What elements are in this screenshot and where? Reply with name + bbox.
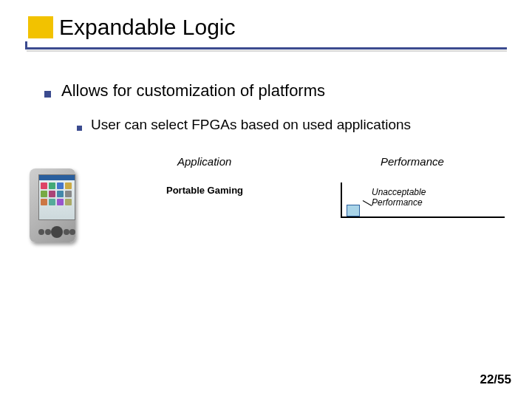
handheld-device-image <box>25 168 80 245</box>
device-app-icon <box>65 199 72 205</box>
device-app-icon <box>57 191 64 197</box>
column-header-application: Application <box>177 155 231 168</box>
device-app-icon <box>57 199 64 205</box>
device-hw-button <box>64 229 69 235</box>
device-hw-button <box>38 229 44 235</box>
device-app-icon <box>57 183 64 189</box>
title-underline-shadow <box>27 50 507 52</box>
bullet-level2: User can select FPGAs based on used appl… <box>77 117 502 133</box>
device-app-icon <box>65 191 72 197</box>
column-header-performance: Performance <box>381 155 444 168</box>
device-app-icon <box>49 183 55 189</box>
device-app-icon <box>41 183 47 189</box>
device-app-icon <box>41 191 47 197</box>
device-body <box>30 168 75 242</box>
device-app-icon <box>65 183 72 189</box>
bullet-l1-text: Allows for customization of platforms <box>61 81 325 100</box>
chart-x-axis <box>341 216 505 218</box>
chart-bar <box>347 205 360 216</box>
bullet-square-icon <box>44 91 51 98</box>
device-screen-titlebar <box>39 175 75 180</box>
bullet-l2-text: User can select FPGAs based on used appl… <box>91 117 411 133</box>
row-application-label: Portable Gaming <box>166 185 243 196</box>
device-app-icon <box>49 191 55 197</box>
device-hw-button <box>69 229 75 235</box>
chart-annotation-label: Unacceptable Performance <box>372 187 426 208</box>
performance-bar-chart: Unacceptable Performance <box>336 183 506 222</box>
chart-y-axis <box>341 183 342 218</box>
page-number: 22/55 <box>480 372 511 387</box>
bullet-square-small-icon <box>77 126 82 131</box>
slide-title: Expandable Logic <box>59 15 236 40</box>
bullet-level1: Allows for customization of platforms <box>44 81 502 100</box>
device-app-icon <box>41 199 47 205</box>
device-dpad <box>51 226 63 238</box>
device-screen-icons <box>39 181 75 207</box>
title-accent-block <box>28 16 53 38</box>
title-underline <box>25 47 507 50</box>
perf-label-line1: Unacceptable Performance <box>372 187 426 208</box>
device-app-icon <box>49 199 55 205</box>
content-area: Allows for customization of platforms Us… <box>44 81 502 133</box>
chart-annotation-line <box>363 200 372 206</box>
device-hw-button <box>45 229 51 235</box>
device-screen <box>38 174 75 220</box>
device-button-row <box>38 226 75 238</box>
title-bar: Expandable Logic <box>0 12 532 56</box>
